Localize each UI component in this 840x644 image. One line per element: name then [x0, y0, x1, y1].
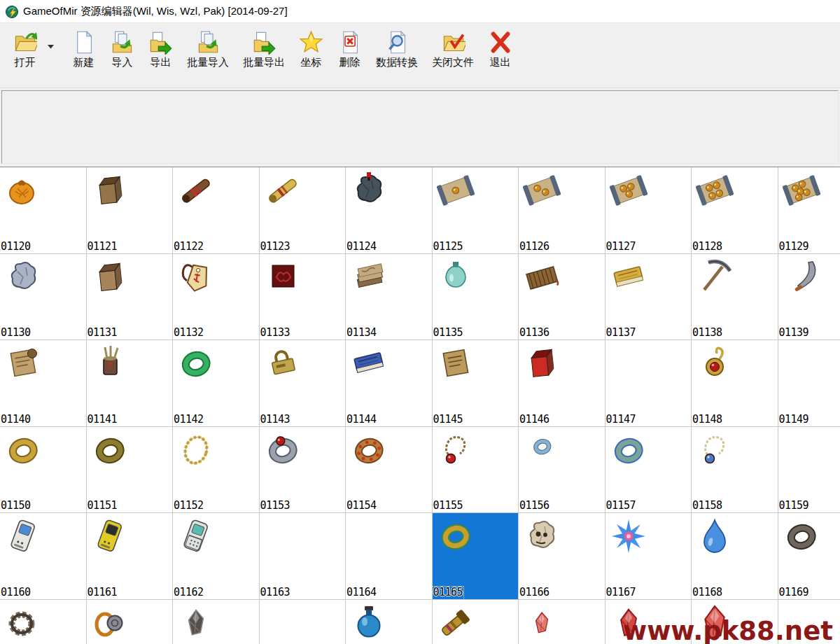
window-title: GameOfMir 资源编辑器(Wil, Wis, Wzl, Pak) [201…	[23, 5, 288, 18]
grid-cell[interactable]: 01126	[519, 167, 606, 254]
cell-index-label: 01141	[88, 414, 118, 426]
item-azure-ring-icon	[608, 429, 650, 471]
grid-cell[interactable]	[778, 600, 840, 644]
grid-cell[interactable]: 01146	[519, 340, 606, 427]
grid-cell[interactable]: 01149	[778, 340, 840, 427]
grid-cell[interactable]: 01141	[87, 340, 174, 427]
grid-cell[interactable]: 01130	[0, 254, 87, 341]
toolbar-button-new-document[interactable]: 新建	[64, 28, 103, 71]
toolbar-button-import-docs[interactable]: 导入	[103, 28, 141, 71]
item-red-crystal-icon	[608, 602, 650, 644]
grid-cell[interactable]: 01168	[692, 513, 778, 600]
grid-cell[interactable]: 01138	[692, 254, 778, 341]
grid-cell[interactable]: 01163	[260, 513, 346, 600]
grid-cell[interactable]: 01125	[433, 167, 519, 254]
grid-cell[interactable]	[0, 600, 87, 644]
grid-cell[interactable]: 01158	[692, 427, 778, 514]
cell-index-label: 01158	[692, 500, 722, 512]
toolbar: 打开新建导入导出批量导入批量导出坐标删除数据转换关闭文件退出	[0, 23, 840, 88]
grid-cell[interactable]: 01162	[173, 513, 260, 600]
grid-cell[interactable]: 01132	[173, 254, 260, 341]
toolbar-button-label: 批量导出	[243, 57, 285, 69]
toolbar-button-label: 删除	[340, 57, 360, 69]
cell-index-label: 01162	[174, 587, 204, 598]
cell-index-label: 01163	[260, 587, 290, 598]
grid-cell[interactable]: 01144	[346, 340, 433, 427]
grid-cell[interactable]: 01133	[260, 254, 346, 341]
cell-index-label: 01164	[346, 587, 377, 598]
item-silver-ore-icon	[2, 256, 44, 298]
grid-cell[interactable]: 01127	[606, 167, 692, 254]
grid-cell[interactable]: 01145	[433, 340, 519, 427]
toolbar-button-open-folder[interactable]: 打开	[6, 28, 44, 71]
grid-cell[interactable]: 01139	[778, 254, 840, 341]
cell-index-label: 01140	[1, 414, 31, 426]
grid-cell[interactable]: 01122	[173, 167, 260, 254]
item-red-crystal-large-icon	[694, 602, 736, 644]
grid-cell[interactable]: 01129	[778, 167, 840, 254]
toolbar-button-delete-document[interactable]: 删除	[330, 28, 369, 71]
grid-cell[interactable]: 01136	[519, 254, 606, 341]
grid-cell[interactable]: 01123	[260, 167, 346, 254]
grid-cell[interactable]: 01143	[260, 340, 346, 427]
grid-cell[interactable]	[260, 600, 346, 644]
grid-cell[interactable]	[173, 600, 260, 644]
toolbar-button-export-folder[interactable]: 批量导出	[236, 28, 292, 71]
item-glass-vial-icon	[435, 256, 477, 298]
grid-cell[interactable]: 01157	[606, 427, 692, 514]
toolbar-button-label: 导入	[112, 57, 133, 69]
grid-cell[interactable]: 01134	[346, 254, 433, 341]
grid-cell[interactable]: 01152	[173, 427, 260, 514]
grid-cell[interactable]: 01154	[346, 427, 433, 514]
grid-cell[interactable]: 01159	[778, 427, 840, 514]
grid-cell[interactable]: 01167	[606, 513, 692, 600]
grid-cell[interactable]: 01137	[606, 254, 692, 341]
item-ice-star-icon	[608, 515, 650, 557]
grid-cell[interactable]	[87, 600, 174, 644]
grid-cell[interactable]: 01124	[346, 167, 433, 254]
toolbar-button-convert-search[interactable]: 数据转换	[369, 28, 425, 71]
grid-cell-selected[interactable]: 01165	[433, 513, 519, 600]
toolbar-button-import-docs[interactable]: 批量导入	[180, 28, 236, 71]
grid-cell[interactable]: 01156	[519, 427, 606, 514]
cell-index-label: 01134	[346, 328, 377, 339]
grid-cell[interactable]: 01155	[433, 427, 519, 514]
grid-cell[interactable]: 01151	[87, 427, 174, 514]
toolbar-button-exit-x[interactable]: 退出	[481, 28, 519, 71]
grid-cell[interactable]	[692, 600, 778, 644]
cell-index-label: 01169	[779, 587, 809, 598]
item-blue-bracelet-icon	[521, 429, 563, 471]
grid-cell[interactable]	[433, 600, 519, 644]
export-folder-icon	[148, 30, 173, 55]
grid-cell[interactable]	[606, 600, 692, 644]
grid-cell[interactable]: 01120	[0, 167, 87, 254]
toolbar-button-label: 数据转换	[376, 57, 418, 69]
grid-cell[interactable]: 01121	[87, 167, 174, 254]
grid-cell[interactable]: 01169	[778, 513, 840, 600]
toolbar-button-export-folder[interactable]: 导出	[141, 28, 180, 71]
toolbar-button-label: 关闭文件	[432, 57, 474, 69]
grid-cell[interactable]	[346, 600, 433, 644]
toolbar-button-label: 批量导入	[187, 57, 229, 69]
open-dropdown-button[interactable]	[44, 31, 57, 63]
grid-cell[interactable]: 01135	[433, 254, 519, 341]
cell-index-label: 01166	[519, 587, 550, 598]
grid-cell[interactable]: 01142	[173, 340, 260, 427]
grid-cell[interactable]: 01150	[0, 427, 87, 514]
cell-index-label: 01129	[779, 241, 809, 253]
grid-cell[interactable]: 01128	[692, 167, 778, 254]
item-blue-orb-flask-icon	[348, 602, 390, 644]
grid-cell[interactable]: 01131	[87, 254, 174, 341]
grid-cell[interactable]	[519, 600, 606, 644]
grid-cell[interactable]: 01140	[0, 340, 87, 427]
grid-cell[interactable]: 01161	[87, 513, 174, 600]
grid-cell[interactable]: 01147	[606, 340, 692, 427]
toolbar-button-close-folder-check[interactable]: 关闭文件	[425, 28, 481, 71]
toolbar-button-gold-star[interactable]: 坐标	[292, 28, 330, 71]
grid-cell[interactable]: 01164	[346, 513, 433, 600]
grid-cell[interactable]: 01160	[0, 513, 87, 600]
grid-cell[interactable]: 01148	[692, 340, 778, 427]
grid-cell[interactable]: 01153	[260, 427, 346, 514]
grid-cell[interactable]: 01166	[519, 513, 606, 600]
resource-grid: 0112001121011220112301124011250112601127…	[0, 167, 840, 644]
